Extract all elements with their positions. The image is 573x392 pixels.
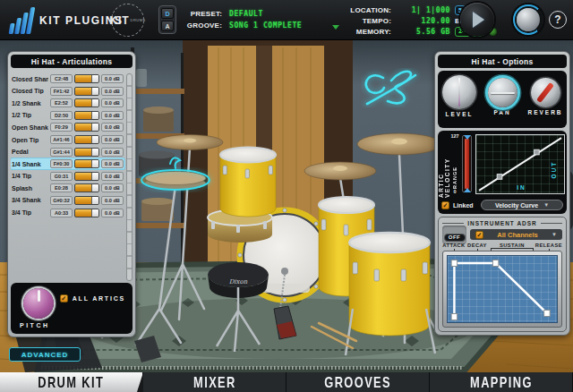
articulation-db-box[interactable]: 0.0 dB bbox=[101, 159, 124, 168]
articulation-row[interactable]: Open TipA#1:460.0 dB bbox=[11, 134, 124, 145]
tempo-value[interactable]: 120.00 bbox=[398, 17, 450, 25]
all-artics-toggle[interactable]: ✓ ALL ARTICS bbox=[60, 294, 125, 303]
channel-select-bar[interactable]: ✓ All Channels ▼ bbox=[470, 229, 562, 240]
crash-cymbal-left[interactable] bbox=[157, 135, 223, 150]
articulation-db-box[interactable]: 0.0 dB bbox=[101, 183, 124, 192]
channel-checkbox[interactable]: ✓ bbox=[475, 231, 483, 239]
articulation-row[interactable]: SplashE0:280.0 dB bbox=[11, 183, 124, 193]
pitch-box: PITCH ✓ ALL ARTICS bbox=[11, 283, 133, 334]
articulation-note-box[interactable]: D2:50 bbox=[50, 111, 73, 120]
location-label: LOCATION: bbox=[345, 6, 391, 14]
articulation-row[interactable]: Closed ShankC2:480.0 dB bbox=[11, 73, 124, 84]
adsr-off-button[interactable]: OFF bbox=[444, 234, 466, 242]
articulation-note-box[interactable]: F#0:30 bbox=[50, 159, 73, 168]
tab-drum-kit[interactable]: DRUM KIT bbox=[0, 372, 143, 392]
articulation-row[interactable]: 1/2 TipD2:500.0 dB bbox=[11, 110, 124, 121]
articulation-volume-slider[interactable] bbox=[74, 135, 99, 144]
articulation-volume-slider[interactable] bbox=[74, 111, 99, 120]
env-attack-handle[interactable] bbox=[451, 260, 457, 267]
articulation-db-box[interactable]: 0.0 dB bbox=[101, 148, 124, 157]
articulation-note-box[interactable]: C2:48 bbox=[50, 74, 73, 83]
level-knob[interactable] bbox=[442, 75, 476, 109]
articulation-db-box[interactable]: 0.0 dB bbox=[101, 74, 124, 83]
articulation-note-box[interactable]: A#1:46 bbox=[50, 135, 73, 144]
groove-label: GROOVE: bbox=[184, 21, 222, 30]
velocity-range-slider[interactable] bbox=[462, 135, 472, 192]
articulation-row[interactable]: 3/4 ShankG#0:320.0 dB bbox=[11, 195, 124, 206]
groove-value[interactable]: SONG 1 COMPLETE bbox=[229, 21, 302, 30]
preset-value[interactable]: DEFAULT bbox=[229, 10, 263, 18]
articulation-volume-slider[interactable] bbox=[74, 87, 99, 96]
env-release-handle[interactable] bbox=[544, 311, 550, 317]
env-sustain-handle[interactable] bbox=[492, 260, 498, 267]
articulation-row[interactable]: 1/4 TipG0:310.0 dB bbox=[11, 171, 124, 182]
velocity-curve-graph[interactable]: IN OUT bbox=[475, 134, 565, 194]
articulation-row[interactable]: PedalG#1:440.0 dB bbox=[11, 147, 124, 158]
articulation-volume-slider[interactable] bbox=[74, 196, 99, 205]
articulation-row[interactable]: Open ShankF0:290.0 dB bbox=[11, 122, 124, 132]
da-toggle: D A bbox=[158, 5, 176, 34]
top-bar: KIT PLUGINS KIT DRUMS D A PRESET: DEFAUL… bbox=[0, 0, 573, 40]
ride-cymbal[interactable] bbox=[304, 162, 376, 180]
articulation-db-box[interactable]: 0.0 dB bbox=[101, 123, 124, 132]
articulation-scrollbar[interactable] bbox=[126, 73, 133, 281]
velocity-range-bottom-handle[interactable] bbox=[464, 188, 471, 192]
velocity-range-top-handle[interactable] bbox=[464, 135, 471, 140]
articulation-note-box[interactable]: G0:31 bbox=[50, 172, 73, 181]
articulation-name: 1/2 Tip bbox=[12, 112, 48, 118]
articulation-db-box[interactable]: 0.0 dB bbox=[101, 87, 124, 96]
articulation-row[interactable]: 3/4 TipA0:330.0 dB bbox=[11, 208, 124, 218]
analog-mode-button[interactable]: A bbox=[161, 21, 174, 31]
articulation-volume-slider[interactable] bbox=[74, 123, 99, 132]
articulation-volume-slider[interactable] bbox=[74, 159, 99, 168]
rack-tom-1[interactable] bbox=[220, 148, 276, 217]
articulation-db-box[interactable]: 0.0 dB bbox=[101, 172, 124, 181]
articulation-volume-slider[interactable] bbox=[74, 172, 99, 181]
articulation-volume-slider[interactable] bbox=[74, 98, 99, 107]
articulation-note-box[interactable]: F#1:42 bbox=[50, 87, 73, 96]
adsr-envelope-display[interactable] bbox=[447, 255, 558, 323]
articulation-note-box[interactable]: A0:33 bbox=[50, 209, 73, 217]
tab-grooves[interactable]: GROOVES bbox=[286, 372, 430, 392]
play-button[interactable] bbox=[460, 3, 494, 37]
velocity-range-scale: 127 RANGE 0 bbox=[449, 133, 460, 194]
articulation-db-box[interactable]: 0.0 dB bbox=[101, 135, 124, 144]
articulation-note-box[interactable]: F0:29 bbox=[50, 123, 73, 132]
velocity-curve-select-value: Velocity Curve bbox=[495, 202, 538, 209]
velocity-min-label: 0 bbox=[453, 189, 456, 194]
velocity-curve-select[interactable]: Velocity Curve ▼ bbox=[481, 200, 563, 210]
articulation-row[interactable]: 1/4 ShankF#0:300.0 dB bbox=[11, 158, 124, 169]
memory-label: MEMORY: bbox=[345, 28, 391, 36]
articulation-db-box[interactable]: 0.0 dB bbox=[101, 98, 124, 107]
articulation-volume-slider[interactable] bbox=[74, 209, 99, 217]
articulation-db-box[interactable]: 0.0 dB bbox=[101, 209, 124, 217]
articulation-note-box[interactable]: G#0:32 bbox=[50, 196, 73, 205]
all-artics-checkbox[interactable]: ✓ bbox=[60, 294, 68, 303]
advanced-button[interactable]: ADVANCED bbox=[9, 347, 81, 362]
reverb-knob[interactable] bbox=[531, 78, 560, 107]
articulation-row[interactable]: Closed TipF#1:420.0 dB bbox=[11, 86, 124, 97]
articulation-volume-slider[interactable] bbox=[74, 148, 99, 157]
curve-handle-low[interactable] bbox=[497, 175, 502, 180]
adsr-off-wrap: OFF bbox=[442, 226, 466, 244]
articulation-db-box[interactable]: 0.0 dB bbox=[101, 111, 124, 120]
articulation-db-box[interactable]: 0.0 dB bbox=[101, 196, 124, 205]
crash-cymbal-right[interactable] bbox=[357, 133, 441, 155]
articulation-volume-slider[interactable] bbox=[74, 183, 99, 192]
pan-knob[interactable] bbox=[488, 78, 517, 107]
tab-mixer[interactable]: MIXER bbox=[143, 372, 286, 392]
help-button[interactable]: ? bbox=[549, 11, 567, 29]
curve-handle-high[interactable] bbox=[535, 149, 540, 155]
linked-checkbox[interactable]: ✓ bbox=[441, 201, 449, 209]
articulation-note-box[interactable]: E2:52 bbox=[50, 98, 73, 107]
articulation-row[interactable]: 1/2 ShankE2:520.0 dB bbox=[11, 98, 124, 108]
digital-mode-button[interactable]: D bbox=[161, 8, 174, 19]
collapse-arrow-icon[interactable] bbox=[332, 25, 339, 30]
env-start-handle[interactable] bbox=[451, 314, 457, 320]
master-volume-knob[interactable] bbox=[513, 4, 543, 35]
tab-mapping[interactable]: MAPPING bbox=[430, 372, 573, 392]
articulation-volume-slider[interactable] bbox=[74, 74, 99, 83]
pitch-knob[interactable] bbox=[23, 288, 54, 319]
articulation-note-box[interactable]: E0:28 bbox=[50, 183, 73, 192]
articulation-note-box[interactable]: G#1:44 bbox=[50, 148, 73, 157]
